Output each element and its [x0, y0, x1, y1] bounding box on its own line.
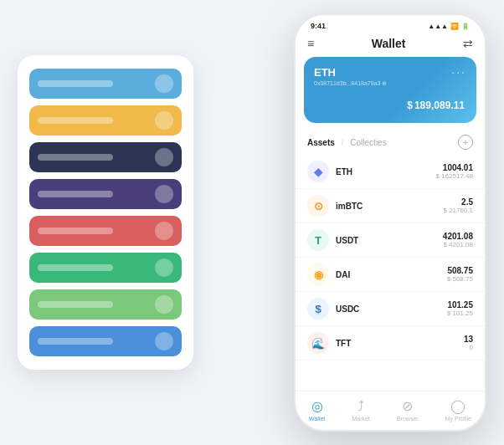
nav-item-browser[interactable]: ⊘Browser	[397, 398, 419, 422]
wallet-nav-icon: ◎	[311, 398, 323, 414]
asset-item-imbtc[interactable]: ⊙imBTC2.5$ 21760.1	[296, 189, 485, 223]
asset-symbol: USDT	[336, 236, 436, 245]
stack-card-icon	[155, 185, 173, 203]
browser-nav-label: Browser	[397, 416, 419, 422]
asset-item-usdt[interactable]: TUSDT4201.08$ 4201.08	[296, 223, 485, 258]
signal-icon: ▲▲▲	[428, 23, 448, 30]
assets-tabs: Assets / Collecties	[307, 138, 387, 147]
eth-card-address: 0x08711d3b...8418a78a3 ⊕	[314, 80, 466, 87]
bottom-nav: ◎Wallet⤴Market⊘Browser◯My Profile	[296, 391, 485, 430]
asset-amount: 508.75	[447, 266, 473, 275]
asset-info-imbtc: imBTC	[336, 202, 436, 211]
stack-card-card-1[interactable]	[29, 69, 182, 99]
nav-item-wallet[interactable]: ◎Wallet	[309, 398, 325, 422]
asset-item-eth[interactable]: ◆ETH1004.01$ 162517.48	[296, 155, 485, 189]
stack-card-label	[38, 154, 113, 161]
asset-usd: $ 508.75	[447, 275, 473, 283]
stack-card-label	[38, 301, 113, 308]
asset-usd: $ 101.25	[447, 309, 473, 317]
eth-icon: ◆	[307, 161, 329, 182]
asset-symbol: ETH	[336, 167, 429, 176]
stack-card-card-7[interactable]	[29, 289, 182, 320]
wifi-icon: 🛜	[450, 23, 459, 30]
tft-icon: 🌊	[307, 332, 329, 354]
stack-card-card-6[interactable]	[29, 253, 182, 283]
status-bar: 9:41 ▲▲▲ 🛜 🔋	[296, 15, 485, 33]
stack-card-card-5[interactable]	[29, 216, 182, 246]
asset-symbol: TFT	[336, 339, 457, 348]
menu-icon[interactable]: ≡	[307, 37, 314, 50]
stack-card-label	[38, 264, 113, 271]
assets-tab-collecties[interactable]: Collecties	[350, 138, 386, 147]
stack-card-label	[38, 80, 113, 87]
nav-item-market[interactable]: ⤴Market	[352, 399, 369, 422]
asset-usd: $ 4201.08	[443, 241, 473, 248]
stack-card-label	[38, 338, 113, 345]
stack-card-icon	[155, 74, 173, 93]
asset-info-eth: ETH	[336, 167, 429, 176]
scene: 9:41 ▲▲▲ 🛜 🔋 ≡ Wallet ⇄ ETH ··· 0x08711d…	[18, 13, 486, 432]
assets-tab-active[interactable]: Assets	[307, 138, 335, 147]
asset-item-dai[interactable]: ◉DAI508.75$ 508.75	[296, 258, 485, 292]
asset-symbol: DAI	[336, 270, 440, 279]
asset-symbol: imBTC	[336, 202, 436, 211]
asset-usd: $ 21760.1	[443, 207, 473, 214]
asset-symbol: USDC	[336, 304, 440, 314]
stack-card-label	[38, 191, 113, 197]
stack-card-icon	[155, 222, 173, 240]
asset-item-tft[interactable]: 🌊TFT130	[296, 326, 485, 361]
eth-card-header: ETH ···	[314, 65, 466, 79]
stack-card-label	[38, 117, 113, 124]
profile-nav-label: My Profile	[445, 416, 471, 422]
asset-values: 4201.08$ 4201.08	[443, 232, 473, 248]
add-asset-button[interactable]: +	[458, 135, 473, 150]
battery-icon: 🔋	[461, 23, 470, 30]
nav-item-profile[interactable]: ◯My Profile	[445, 398, 471, 422]
asset-values: 2.5$ 21760.1	[443, 197, 473, 214]
browser-nav-icon: ⊘	[402, 398, 413, 414]
eth-card-options[interactable]: ···	[451, 65, 466, 79]
asset-item-usdc[interactable]: $USDC101.25$ 101.25	[296, 292, 485, 326]
asset-values: 508.75$ 508.75	[447, 266, 473, 283]
asset-amount: 1004.01	[436, 163, 474, 172]
asset-values: 1004.01$ 162517.48	[436, 163, 474, 180]
eth-card-name: ETH	[314, 66, 336, 79]
stack-card-card-8[interactable]	[29, 326, 182, 356]
dai-icon: ◉	[307, 263, 329, 285]
eth-card-balance: $189,089.11	[314, 94, 466, 113]
phone-frame: 9:41 ▲▲▲ 🛜 🔋 ≡ Wallet ⇄ ETH ··· 0x08711d…	[294, 13, 486, 432]
card-stack	[18, 55, 193, 370]
asset-values: 130	[464, 335, 473, 351]
stack-card-icon	[155, 258, 173, 277]
stack-card-card-4[interactable]	[29, 179, 182, 209]
stack-card-label	[38, 228, 113, 234]
currency-symbol: $	[407, 100, 413, 111]
stack-card-icon	[155, 332, 173, 350]
page-title: Wallet	[372, 37, 406, 50]
stack-card-icon	[155, 148, 173, 166]
status-icons: ▲▲▲ 🛜 🔋	[428, 23, 470, 30]
asset-info-dai: DAI	[336, 270, 440, 279]
profile-nav-icon: ◯	[450, 398, 465, 414]
asset-amount: 13	[464, 335, 473, 344]
assets-header: Assets / Collecties +	[296, 131, 485, 155]
balance-amount: 189,089.11	[414, 100, 465, 111]
asset-usd: $ 162517.48	[436, 172, 474, 180]
stack-card-card-2[interactable]	[29, 105, 182, 136]
asset-info-usdc: USDC	[336, 304, 440, 314]
imbtc-icon: ⊙	[307, 195, 329, 217]
asset-usd: 0	[464, 344, 473, 351]
asset-amount: 101.25	[447, 300, 473, 309]
stack-card-card-3[interactable]	[29, 142, 182, 172]
asset-amount: 4201.08	[443, 232, 473, 241]
asset-info-tft: TFT	[336, 339, 457, 348]
usdc-icon: $	[307, 298, 329, 320]
eth-wallet-card[interactable]: ETH ··· 0x08711d3b...8418a78a3 ⊕ $189,08…	[304, 57, 476, 123]
stack-card-icon	[155, 295, 173, 314]
tab-divider: /	[342, 138, 344, 146]
status-time: 9:41	[311, 22, 326, 30]
wallet-nav-label: Wallet	[309, 416, 325, 422]
phone-header: ≡ Wallet ⇄	[296, 33, 485, 57]
scan-icon[interactable]: ⇄	[463, 37, 473, 50]
asset-amount: 2.5	[443, 197, 473, 207]
